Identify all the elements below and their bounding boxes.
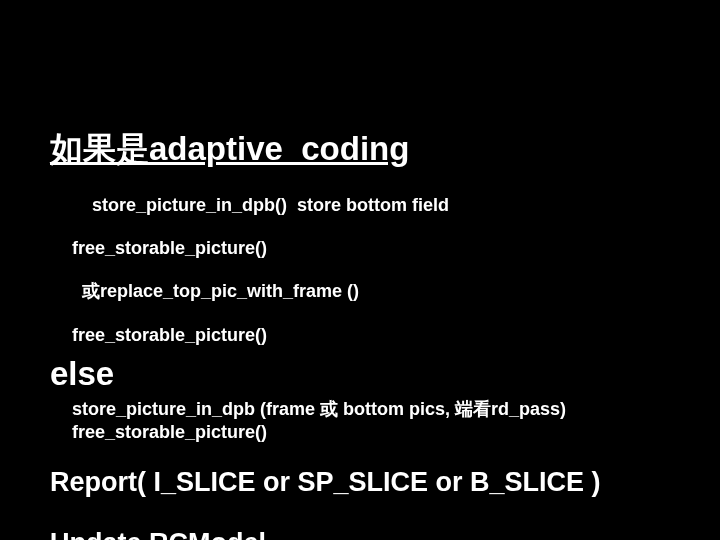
if-body-line-1-comment: store bottom field [297, 195, 449, 215]
final-update-line: Update.RCModel [50, 528, 670, 540]
heading-else: else [50, 355, 670, 393]
final-report-line: Report( I_SLICE or SP_SLICE or B_SLICE ) [50, 467, 670, 498]
if-body-line-1-call: store_picture_in_dpb() [92, 195, 297, 215]
if-body-line-3-call: replace_top_pic_with_frame () [100, 281, 359, 301]
if-body-line-4: free_storable_picture() [50, 325, 670, 346]
if-body-line-3: 或replace_top_pic_with_frame () [50, 261, 670, 323]
slide: 如果是adaptive_coding store_picture_in_dpb(… [0, 0, 720, 540]
heading-if-adaptive-coding: 如果是adaptive_coding [50, 130, 670, 168]
else-body-line-1: store_picture_in_dpb (frame 或 bottom pic… [50, 399, 670, 420]
if-body-line-3-or: 或 [82, 281, 100, 301]
if-body-line-1: store_picture_in_dpb() store bottom fiel… [50, 174, 670, 236]
else-body-line-2: free_storable_picture() [50, 422, 670, 443]
if-body-line-2: free_storable_picture() [50, 238, 670, 259]
